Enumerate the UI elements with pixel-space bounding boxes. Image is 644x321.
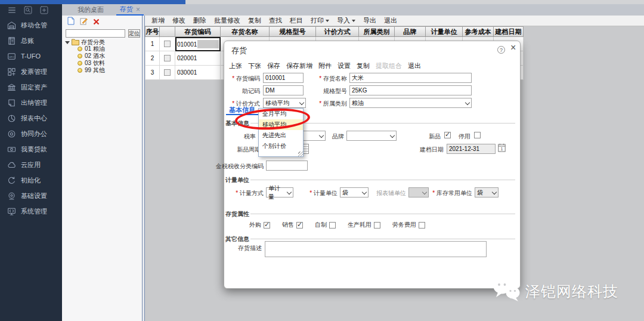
sidebar-item[interactable]: UFO T-UFO	[0, 48, 62, 64]
row-code-cell[interactable]: 010001	[175, 37, 221, 51]
dialog-toolbar-button[interactable]: 下张	[248, 61, 261, 70]
sidebar-item[interactable]: 云应用	[0, 157, 62, 172]
sidebar-item[interactable]: 基础设置	[0, 188, 62, 203]
sidebar-item[interactable]: 发票管理	[0, 64, 62, 79]
row-code-cell[interactable]: 020001	[175, 51, 221, 66]
attribute-checkbox-item: 生产耗用	[348, 221, 380, 229]
brand-select[interactable]	[346, 131, 397, 141]
attribute-checkbox[interactable]	[296, 222, 303, 229]
column-header[interactable]: 计价方式	[316, 26, 359, 37]
sidebar-item[interactable]: 我要贷款	[0, 141, 62, 157]
toolbar-button[interactable]: 导入	[337, 16, 355, 25]
toolbar-button[interactable]: 导出	[363, 16, 376, 25]
tree-search-input[interactable]	[66, 29, 125, 38]
search-panel-icon[interactable]	[24, 6, 32, 14]
delete-category-icon[interactable]	[93, 17, 100, 27]
dropdown-option[interactable]: 先进先出	[259, 130, 303, 141]
report-aux-unit-label: 报表辅单位	[376, 189, 406, 197]
dialog-toolbar-button[interactable]: 退出	[408, 61, 421, 70]
tree-node-list: 01 粮油 02 酒水 03 饮料 99 其他	[78, 45, 105, 74]
new-flag-checkbox[interactable]	[444, 132, 451, 138]
description-textarea[interactable]	[265, 241, 487, 257]
sidebar-item[interactable]: 初始化	[0, 172, 62, 188]
column-header[interactable]: 建档日期	[494, 26, 524, 37]
sidebar-item[interactable]: 移动仓管	[0, 17, 62, 33]
unit-select[interactable]: 袋	[340, 187, 369, 197]
dialog-toolbar-button[interactable]: 附件	[318, 61, 332, 70]
dropdown-option[interactable]: 个别计价	[259, 141, 303, 152]
attribute-checkbox[interactable]	[264, 222, 270, 229]
row-checkbox[interactable]	[164, 55, 171, 61]
column-header[interactable]	[160, 26, 175, 37]
toolbar-button[interactable]: 复制	[248, 16, 261, 25]
menu-icon[interactable]	[8, 6, 16, 14]
toolbar-button[interactable]: 打印	[311, 16, 329, 25]
sidebar-item[interactable]: 总账	[0, 33, 62, 48]
report-icon	[7, 114, 16, 123]
toolbar-button[interactable]: 新增	[151, 16, 165, 25]
help-icon[interactable]: ?	[497, 46, 505, 54]
spec-input[interactable]	[349, 85, 472, 95]
sidebar-item[interactable]: 协同办公	[0, 126, 62, 141]
tree-node[interactable]: 99 其他	[78, 67, 105, 74]
attribute-checkbox[interactable]	[419, 222, 425, 229]
sidebar-item[interactable]: 固定资产	[0, 79, 62, 95]
column-header[interactable]: 品牌	[395, 26, 426, 37]
attribute-label: 自制	[315, 221, 327, 229]
top-tab[interactable]: 存货 ×	[116, 4, 144, 16]
new-category-icon[interactable]	[67, 17, 75, 27]
unit-label: 计量单位	[309, 189, 338, 197]
toolbar-button[interactable]: 退出	[384, 16, 397, 25]
attribute-checkbox[interactable]	[329, 222, 336, 229]
sidebar-item[interactable]: 系统管理	[0, 203, 62, 219]
column-header[interactable]: 参考成本	[463, 26, 494, 37]
tax-class-code-input[interactable]	[266, 160, 308, 171]
calendar-icon[interactable]: 1	[498, 143, 506, 152]
dialog-toolbar-button[interactable]: 上张	[229, 61, 242, 70]
pricing-select[interactable]: 移动平均	[263, 98, 306, 108]
chevron-down-icon	[319, 133, 324, 138]
dialog-toolbar-button[interactable]: 提取组合	[376, 61, 402, 70]
stop-flag-checkbox[interactable]	[474, 132, 481, 138]
dialog-toolbar-button[interactable]: 保存新增	[286, 61, 312, 70]
column-header[interactable]: 所属类别	[359, 26, 395, 37]
tree-expand-icon[interactable]	[65, 41, 70, 44]
sidebar-item[interactable]: 报表中心	[0, 110, 62, 126]
stock-unit-select[interactable]: 袋	[475, 187, 499, 197]
row-checkbox[interactable]	[164, 41, 171, 47]
close-icon[interactable]: ×	[510, 43, 516, 53]
top-tab[interactable]: 我的桌面	[74, 4, 110, 16]
new-window-icon[interactable]	[40, 6, 48, 14]
tab-label: 存货	[120, 5, 133, 14]
code-input[interactable]	[263, 73, 304, 83]
sidebar-item-label: 系统管理	[21, 207, 47, 216]
column-header[interactable]: 序号	[145, 26, 160, 37]
toolbar-button[interactable]: 栏目	[290, 16, 303, 25]
measure-mode-select[interactable]: 单计量	[266, 187, 293, 197]
column-header[interactable]: 规格型号	[270, 26, 316, 37]
toolbar-button[interactable]: 删除	[193, 16, 206, 25]
attribute-checkbox[interactable]	[374, 222, 380, 229]
dialog-toolbar-button[interactable]: 保存	[267, 61, 280, 70]
create-date-input[interactable]	[447, 144, 496, 154]
column-header[interactable]: 存货名称	[221, 26, 270, 37]
mnemonic-input[interactable]	[263, 85, 304, 95]
sidebar-item[interactable]: 出纳管理	[0, 95, 62, 110]
name-input[interactable]	[349, 73, 472, 83]
dialog-toolbar-button[interactable]: 复制	[357, 61, 370, 70]
inventory-table-header: 序号存货编码存货名称规格型号计价方式所属类别品牌计量单位参考成本建档日期	[145, 26, 524, 37]
column-header[interactable]: 存货编码	[175, 26, 221, 37]
locate-button[interactable]: 定位	[128, 29, 140, 38]
row-checkbox[interactable]	[164, 69, 171, 76]
row-code-cell[interactable]: 030001	[175, 66, 221, 80]
category-select[interactable]: 粮油	[349, 98, 472, 108]
dialog-toolbar-button[interactable]: 设置	[338, 61, 351, 70]
resize-handle-icon[interactable]	[298, 152, 303, 156]
toolbar-button[interactable]: 修改	[172, 16, 185, 25]
toolbar-button[interactable]: 批量修改	[214, 16, 240, 25]
sidebar-item-label: 发票管理	[21, 67, 47, 76]
toolbar-button[interactable]: 查找	[269, 16, 282, 25]
column-header[interactable]: 计量单位	[426, 26, 463, 37]
tab-close-icon[interactable]: ×	[136, 6, 140, 13]
edit-category-icon[interactable]	[80, 17, 88, 27]
